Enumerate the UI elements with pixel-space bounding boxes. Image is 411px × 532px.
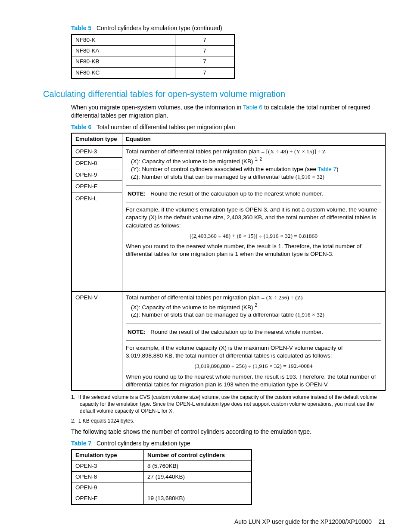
table-cell: OPEN-3 <box>72 460 144 471</box>
table-cell: 7 <box>175 46 235 56</box>
table-cell: NF80-K <box>72 34 175 46</box>
table7-link[interactable]: Table 7 <box>318 166 336 172</box>
table-cell: OPEN-E <box>72 493 144 504</box>
table6-caption-text: Total number of differential tables per … <box>97 124 235 131</box>
page-number: 21 <box>378 518 385 525</box>
table6-link[interactable]: Table 6 <box>243 104 262 111</box>
note-box-2: NOTE: Round the result of the calculatio… <box>126 324 381 341</box>
table-cell: OPEN-9 <box>72 482 144 493</box>
table-cell: 8 (5,760KB) <box>144 460 252 471</box>
footnote-1: 1. If the selected volume is a CVS (cust… <box>71 394 385 415</box>
table-cell: OPEN-8 <box>72 471 144 482</box>
table-cell: NF80-KC <box>72 67 175 78</box>
table6-etype: OPEN-9 <box>72 169 122 181</box>
table-cell: NF80-KA <box>72 46 175 56</box>
table6-label: Table 6 <box>71 124 91 131</box>
table6-equation-cell-2: Total number of differential tables per … <box>122 292 386 391</box>
table5-label: Table 5 <box>71 25 91 31</box>
table5: NF80-K7NF80-KA7NF80-KB7NF80-KC7 <box>71 34 235 79</box>
table7: Emulation type Number of control cylinde… <box>71 449 252 505</box>
table7-label: Table 7 <box>71 440 91 447</box>
after-para: The following table shows the number of … <box>71 428 385 436</box>
table5-caption-text: Control cylinders by emulation type (con… <box>97 25 222 31</box>
table6-etype: OPEN-3 <box>72 146 122 158</box>
table-cell: 19 (13,680KB) <box>144 493 252 504</box>
footnote-2: 2. 1 KB equals 1024 bytes. <box>71 417 385 424</box>
table6-caption: Table 6 Total number of differential tab… <box>26 123 385 131</box>
table-cell: NF80-KB <box>72 56 175 67</box>
section-heading: Calculating differential tables for open… <box>43 88 385 100</box>
table-cell: 7 <box>175 34 235 46</box>
table-cell: 7 <box>175 56 235 67</box>
intro-paragraph: When you migrate open-system volumes, us… <box>71 103 385 120</box>
table7-h2: Number of control cylinders <box>144 450 252 461</box>
note-box-1: NOTE: Round the result of the calculatio… <box>126 185 381 202</box>
table7-h1: Emulation type <box>72 450 144 461</box>
table-cell <box>144 482 252 493</box>
table6-etype: OPEN-V <box>72 292 122 391</box>
table7-caption: Table 7 Control cylinders by emulation t… <box>26 439 385 448</box>
table7-caption-text: Control cylinders by emulation type <box>97 440 190 447</box>
table6-h2: Equation <box>122 133 386 145</box>
table6-etype: OPEN-E <box>72 181 122 193</box>
table-cell: 27 (19,440KB) <box>144 471 252 482</box>
table6-h1: Emulation type <box>72 133 122 145</box>
page-footer: Auto LUN XP user guide for the XP12000/X… <box>26 518 385 526</box>
table-cell: 7 <box>175 67 235 78</box>
table5-caption: Table 5 Control cylinders by emulation t… <box>26 24 385 32</box>
table6: Emulation type Equation OPEN-3 Total num… <box>71 133 386 391</box>
table6-etype: OPEN-L <box>72 193 122 292</box>
table6-equation-cell-1: Total number of differential tables per … <box>122 146 386 292</box>
table6-etype: OPEN-8 <box>72 157 122 169</box>
